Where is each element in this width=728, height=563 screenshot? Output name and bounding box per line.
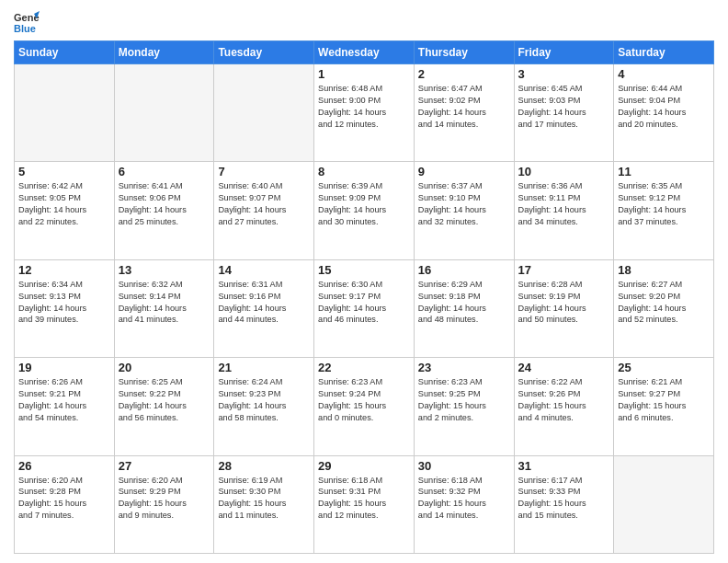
cell-info-line: and 56 minutes. — [119, 412, 210, 424]
cell-info-line: Sunrise: 6:42 AM — [18, 180, 110, 192]
cell-info-line: Sunset: 9:06 PM — [119, 192, 210, 204]
cell-info-line: Daylight: 15 hours — [418, 400, 510, 412]
logo: General Blue — [14, 9, 43, 35]
cell-info-line: Daylight: 14 hours — [318, 107, 410, 119]
cell-info-line: and 52 minutes. — [618, 314, 710, 326]
calendar-cell: 3Sunrise: 6:45 AMSunset: 9:03 PMDaylight… — [514, 64, 614, 162]
day-number: 26 — [18, 459, 110, 473]
cell-info-line: Sunrise: 6:18 AM — [418, 475, 510, 487]
calendar-cell: 6Sunrise: 6:41 AMSunset: 9:06 PMDaylight… — [114, 162, 214, 259]
calendar-cell: 22Sunrise: 6:23 AMSunset: 9:24 PMDayligh… — [314, 358, 415, 455]
cell-info-line: and 12 minutes. — [318, 119, 410, 131]
cell-info-line: Sunrise: 6:30 AM — [318, 279, 410, 291]
cell-info-line: and 14 minutes. — [418, 119, 510, 131]
cell-info-line: Sunset: 9:20 PM — [618, 291, 710, 303]
day-number: 31 — [518, 459, 610, 473]
calendar-cell: 7Sunrise: 6:40 AMSunset: 9:07 PMDaylight… — [214, 162, 314, 259]
cell-info-line: Sunset: 9:09 PM — [318, 192, 410, 204]
day-number: 19 — [18, 361, 110, 374]
cell-info-line: Sunrise: 6:41 AM — [119, 180, 210, 192]
calendar-cell: 9Sunrise: 6:37 AMSunset: 9:10 PMDaylight… — [414, 162, 514, 259]
cell-info-line: Daylight: 15 hours — [518, 498, 610, 510]
cell-info-line: Sunset: 9:11 PM — [518, 192, 610, 204]
cell-info-line: Sunset: 9:04 PM — [618, 95, 710, 107]
cell-info-line: Sunrise: 6:20 AM — [119, 475, 210, 487]
day-number: 9 — [418, 165, 510, 178]
cell-info-line: and 44 minutes. — [218, 314, 310, 326]
cell-info-line: Sunrise: 6:21 AM — [618, 376, 710, 388]
weekday-header-friday: Friday — [514, 41, 614, 64]
day-number: 25 — [618, 361, 710, 374]
cell-info-line: and 4 minutes. — [518, 412, 610, 424]
cell-info-line: Daylight: 14 hours — [119, 400, 210, 412]
cell-info-line: and 2 minutes. — [418, 412, 510, 424]
calendar-cell: 16Sunrise: 6:29 AMSunset: 9:18 PMDayligh… — [414, 259, 514, 357]
cell-info-line: Sunset: 9:13 PM — [18, 291, 110, 303]
calendar-cell — [614, 455, 714, 553]
day-number: 21 — [218, 361, 310, 374]
calendar-week-row: 26Sunrise: 6:20 AMSunset: 9:28 PMDayligh… — [15, 455, 714, 553]
calendar-cell: 5Sunrise: 6:42 AMSunset: 9:05 PMDaylight… — [15, 162, 115, 259]
day-number: 4 — [618, 67, 710, 81]
cell-info-line: Daylight: 14 hours — [218, 204, 310, 216]
cell-info-line: and 0 minutes. — [318, 412, 410, 424]
calendar-week-row: 19Sunrise: 6:26 AMSunset: 9:21 PMDayligh… — [15, 358, 714, 455]
cell-info-line: Sunset: 9:16 PM — [218, 291, 310, 303]
cell-info-line: Daylight: 15 hours — [318, 400, 410, 412]
header: General Blue — [14, 9, 714, 35]
day-number: 20 — [119, 361, 210, 374]
cell-info-line: Daylight: 14 hours — [218, 400, 310, 412]
cell-info-line: Sunrise: 6:37 AM — [418, 180, 510, 192]
calendar-cell: 20Sunrise: 6:25 AMSunset: 9:22 PMDayligh… — [114, 358, 214, 455]
cell-info-line: Sunrise: 6:17 AM — [518, 475, 610, 487]
calendar-body: 1Sunrise: 6:48 AMSunset: 9:00 PMDaylight… — [15, 64, 714, 554]
weekday-header-row: SundayMondayTuesdayWednesdayThursdayFrid… — [15, 41, 714, 64]
cell-info-line: Sunset: 9:05 PM — [18, 192, 110, 204]
cell-info-line: and 54 minutes. — [18, 412, 110, 424]
cell-info-line: Sunset: 9:25 PM — [418, 388, 510, 400]
day-number: 14 — [218, 263, 310, 277]
cell-info-line: Daylight: 15 hours — [518, 400, 610, 412]
cell-info-line: Sunrise: 6:31 AM — [218, 279, 310, 291]
calendar-cell: 14Sunrise: 6:31 AMSunset: 9:16 PMDayligh… — [214, 259, 314, 357]
calendar-week-row: 12Sunrise: 6:34 AMSunset: 9:13 PMDayligh… — [15, 259, 714, 357]
cell-info-line: Sunset: 9:10 PM — [418, 192, 510, 204]
calendar-week-row: 1Sunrise: 6:48 AMSunset: 9:00 PMDaylight… — [15, 64, 714, 162]
day-number: 1 — [318, 67, 410, 81]
day-number: 23 — [418, 361, 510, 374]
cell-info-line: Sunset: 9:21 PM — [18, 388, 110, 400]
cell-info-line: Sunset: 9:24 PM — [318, 388, 410, 400]
day-number: 17 — [518, 263, 610, 277]
cell-info-line: and 20 minutes. — [618, 119, 710, 131]
cell-info-line: and 12 minutes. — [318, 510, 410, 522]
cell-info-line: Daylight: 14 hours — [618, 204, 710, 216]
cell-info-line: and 50 minutes. — [518, 314, 610, 326]
cell-info-line: Sunset: 9:31 PM — [318, 486, 410, 498]
cell-info-line: and 9 minutes. — [119, 510, 210, 522]
weekday-header-tuesday: Tuesday — [214, 41, 314, 64]
day-number: 6 — [119, 165, 210, 178]
cell-info-line: and 27 minutes. — [218, 216, 310, 228]
calendar-cell: 31Sunrise: 6:17 AMSunset: 9:33 PMDayligh… — [514, 455, 614, 553]
cell-info-line: Sunrise: 6:27 AM — [618, 279, 710, 291]
calendar-cell: 1Sunrise: 6:48 AMSunset: 9:00 PMDaylight… — [314, 64, 415, 162]
cell-info-line: and 14 minutes. — [418, 510, 510, 522]
cell-info-line: Daylight: 15 hours — [218, 498, 310, 510]
calendar-cell: 13Sunrise: 6:32 AMSunset: 9:14 PMDayligh… — [114, 259, 214, 357]
calendar-cell: 21Sunrise: 6:24 AMSunset: 9:23 PMDayligh… — [214, 358, 314, 455]
day-number: 30 — [418, 459, 510, 473]
svg-text:Blue: Blue — [14, 23, 36, 34]
calendar-cell: 15Sunrise: 6:30 AMSunset: 9:17 PMDayligh… — [314, 259, 415, 357]
cell-info-line: and 39 minutes. — [18, 314, 110, 326]
cell-info-line: Sunset: 9:18 PM — [418, 291, 510, 303]
cell-info-line: Sunrise: 6:23 AM — [418, 376, 510, 388]
day-number: 22 — [318, 361, 410, 374]
day-number: 11 — [618, 165, 710, 178]
cell-info-line: Daylight: 14 hours — [618, 107, 710, 119]
day-number: 29 — [318, 459, 410, 473]
calendar-cell: 26Sunrise: 6:20 AMSunset: 9:28 PMDayligh… — [15, 455, 115, 553]
cell-info-line: Sunset: 9:30 PM — [218, 486, 310, 498]
cell-info-line: Daylight: 14 hours — [18, 400, 110, 412]
cell-info-line: Sunrise: 6:22 AM — [518, 376, 610, 388]
calendar-cell: 2Sunrise: 6:47 AMSunset: 9:02 PMDaylight… — [414, 64, 514, 162]
